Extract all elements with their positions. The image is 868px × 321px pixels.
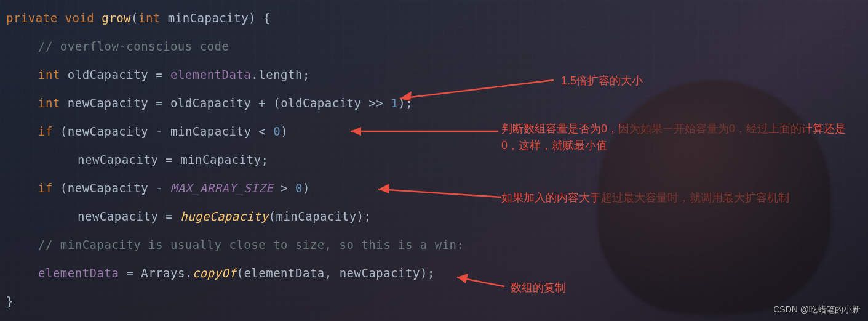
annotation-text: 1.5倍扩容的大小 [561, 73, 643, 89]
svg-marker-1 [351, 127, 361, 136]
prop: length [258, 65, 303, 84]
paren: ) [303, 179, 310, 197]
arg: minCapacity [276, 207, 356, 226]
keyword: private [6, 9, 58, 27]
var: newCapacity [68, 179, 148, 197]
paren: ) [249, 9, 256, 27]
function-name: grow [102, 9, 131, 27]
op: = [165, 150, 173, 169]
svg-marker-2 [378, 184, 389, 193]
var: newCapacity [68, 94, 148, 112]
paren: ( [273, 94, 281, 112]
svg-marker-0 [400, 91, 412, 101]
annotation-text: 判断数组容量是否为0，因为如果一开始容量为0，经过上面的计算还是0，这样，就赋最… [501, 121, 858, 154]
param: minCapacity [168, 9, 249, 27]
op: = [126, 264, 133, 282]
paren: ) [281, 122, 288, 140]
code-line: } [6, 287, 464, 315]
paren: ( [236, 264, 244, 282]
op: > [281, 179, 288, 197]
paren: ( [268, 207, 276, 226]
type: int [138, 9, 161, 27]
op: + [258, 94, 266, 112]
var: newCapacity [78, 207, 158, 226]
brace: { [263, 9, 271, 27]
var: oldCapacity [68, 65, 148, 84]
class: Arrays [141, 264, 185, 282]
var: minCapacity [180, 150, 261, 169]
arrow-icon [397, 80, 557, 105]
semi: ; [364, 207, 372, 226]
watermark: CSDN @吃蜡笔的小新 [773, 303, 861, 316]
op: = [156, 65, 163, 84]
op: = [165, 207, 173, 226]
function-call: copyOf [193, 264, 237, 282]
arg: elementData [244, 264, 324, 282]
arg: newCapacity [340, 264, 420, 282]
type: int [38, 94, 60, 112]
field: elementData [170, 65, 251, 84]
code-line: newCapacity = hugeCapacity ( minCapacity… [6, 202, 464, 230]
arrow-icon [375, 185, 504, 203]
function-call: hugeCapacity [180, 207, 268, 226]
annotation-text: 如果加入的内容大于超过最大容量时，就调用最大扩容机制 [501, 190, 858, 206]
type: int [38, 65, 60, 84]
paren: ) [357, 207, 364, 226]
op: = [156, 94, 163, 112]
paren: ( [60, 179, 68, 197]
paren: ) [420, 264, 428, 282]
arrow-icon [348, 126, 501, 139]
annotation-text: 数组的复制 [511, 280, 566, 296]
code-line: private void grow ( int minCapacity ) { [6, 4, 464, 32]
var: newCapacity [78, 150, 158, 169]
code-block: private void grow ( int minCapacity ) { … [6, 4, 464, 315]
constant: MAX_ARRAY_SIZE [170, 179, 273, 197]
number: 0 [295, 179, 303, 197]
op: - [156, 122, 163, 140]
svg-marker-3 [457, 274, 468, 283]
paren: ( [131, 9, 138, 27]
keyword: if [38, 122, 53, 140]
code-line: newCapacity = minCapacity ; [6, 145, 464, 174]
op: >> [368, 94, 383, 112]
dot: . [251, 65, 258, 84]
comment: // minCapacity is usually close to size,… [38, 235, 464, 254]
semi: ; [428, 264, 435, 282]
code-line: int newCapacity = oldCapacity + ( oldCap… [6, 89, 464, 117]
comment: // overflow-conscious code [38, 37, 229, 55]
op: < [258, 122, 266, 140]
semi: ; [303, 65, 310, 84]
keyword: if [38, 179, 53, 197]
paren: ( [60, 122, 68, 140]
var: oldCapacity [170, 94, 251, 112]
code-line: int oldCapacity = elementData . length ; [6, 60, 464, 89]
field: elementData [38, 264, 119, 282]
code-line: // minCapacity is usually close to size,… [6, 230, 464, 259]
dot: . [185, 264, 193, 282]
var: newCapacity [68, 122, 148, 140]
comma: , [325, 264, 332, 282]
var: oldCapacity [281, 94, 361, 112]
var: minCapacity [170, 122, 251, 140]
semi: ; [261, 150, 269, 169]
op: - [156, 179, 163, 197]
code-line: // overflow-conscious code [6, 32, 464, 60]
number: 0 [273, 122, 281, 140]
arrow-icon [452, 274, 508, 293]
keyword: void [65, 9, 95, 27]
brace: } [6, 292, 14, 311]
code-line: elementData = Arrays . copyOf ( elementD… [6, 259, 464, 287]
